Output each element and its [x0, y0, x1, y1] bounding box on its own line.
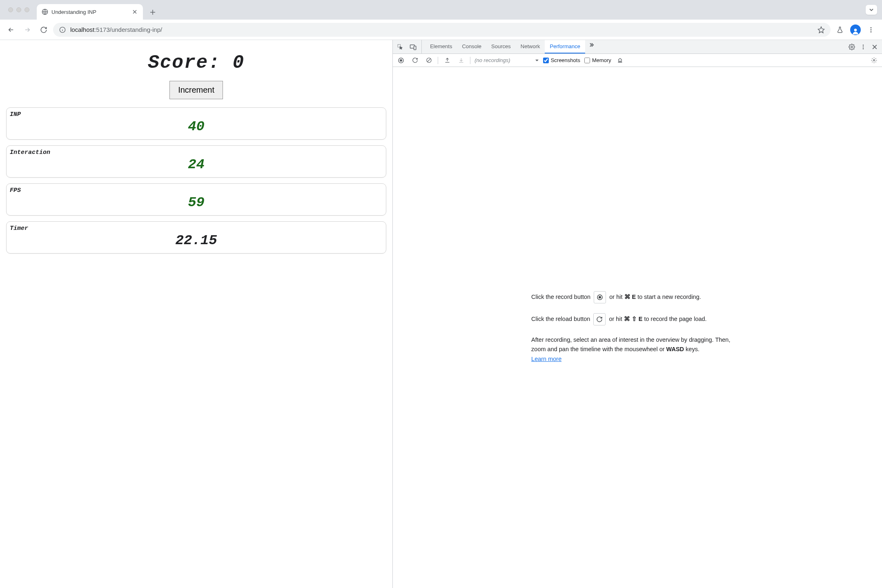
devtools-tab-network[interactable]: Network — [516, 40, 545, 53]
score-heading: Score: 0 — [6, 52, 386, 74]
svg-point-16 — [873, 60, 875, 61]
metric-value: 40 — [9, 119, 383, 134]
site-info-icon[interactable] — [59, 26, 66, 33]
reload-button[interactable] — [37, 23, 51, 37]
metric-card-timer: Timer22.15 — [6, 221, 386, 254]
metric-label: Timer — [9, 225, 383, 232]
tab-title: Understanding INP — [51, 9, 128, 15]
reload-icon — [593, 313, 606, 325]
devtools-menu-icon[interactable] — [858, 42, 868, 52]
reload-record-icon[interactable] — [410, 56, 420, 65]
metric-card-interaction: Interaction24 — [6, 145, 386, 178]
svg-point-14 — [400, 59, 402, 62]
labs-icon[interactable] — [833, 23, 847, 37]
svg-point-12 — [863, 48, 864, 49]
new-tab-button[interactable] — [147, 7, 158, 18]
devtools-tab-console[interactable]: Console — [457, 40, 486, 53]
record-icon[interactable] — [396, 56, 406, 65]
globe-icon — [42, 9, 48, 15]
bookmark-star-icon[interactable] — [817, 26, 825, 33]
svg-point-18 — [599, 296, 601, 298]
svg-point-3 — [871, 27, 872, 28]
devtools-tab-sources[interactable]: Sources — [486, 40, 516, 53]
metric-label: Interaction — [9, 149, 383, 156]
chrome-menu-button[interactable] — [864, 23, 878, 37]
profile-avatar[interactable] — [849, 23, 862, 37]
svg-point-5 — [871, 31, 872, 32]
page-content: Score: 0 Increment INP40Interaction24FPS… — [0, 40, 392, 588]
maximize-window-button[interactable] — [24, 7, 29, 12]
screenshots-checkbox[interactable]: Screenshots — [543, 57, 580, 63]
close-window-button[interactable] — [8, 7, 13, 12]
metric-label: INP — [9, 111, 383, 118]
metric-label: FPS — [9, 187, 383, 194]
recordings-dropdown[interactable]: (no recordings) — [474, 57, 539, 63]
performance-toolbar: (no recordings) Screenshots Memory — [393, 54, 882, 67]
minimize-window-button[interactable] — [16, 7, 21, 12]
svg-rect-8 — [414, 46, 416, 49]
svg-point-2 — [854, 29, 857, 31]
address-bar[interactable]: localhost:5173/understanding-inp/ — [53, 23, 831, 37]
clear-icon[interactable] — [424, 56, 434, 65]
device-toolbar-icon[interactable] — [408, 42, 418, 52]
collect-garbage-icon[interactable] — [615, 56, 625, 65]
upload-icon[interactable] — [442, 56, 452, 65]
svg-point-11 — [863, 46, 864, 47]
inspect-element-icon[interactable] — [395, 42, 405, 52]
metric-value: 24 — [9, 157, 383, 172]
tab-bar: Understanding INP — [0, 0, 882, 20]
svg-point-9 — [851, 46, 853, 48]
devtools-tab-performance[interactable]: Performance — [545, 40, 585, 53]
record-icon — [594, 291, 606, 303]
window-controls — [4, 0, 33, 20]
url-text: localhost:5173/understanding-inp/ — [70, 26, 162, 33]
close-tab-button[interactable] — [131, 9, 138, 15]
metric-value: 22.15 — [9, 233, 383, 248]
learn-more-link[interactable]: Learn more — [531, 356, 561, 362]
tab-overflow-button[interactable] — [866, 5, 877, 15]
devtools-panel: ElementsConsoleSourcesNetworkPerformance — [392, 40, 882, 588]
back-button[interactable] — [4, 23, 18, 37]
browser-tab[interactable]: Understanding INP — [37, 4, 143, 20]
url-bar: localhost:5173/understanding-inp/ — [0, 20, 882, 40]
devtools-tabbar: ElementsConsoleSourcesNetworkPerformance — [393, 40, 882, 54]
svg-point-4 — [871, 29, 872, 30]
metric-card-fps: FPS59 — [6, 183, 386, 216]
close-devtools-icon[interactable] — [870, 42, 880, 52]
svg-point-10 — [863, 45, 864, 46]
capture-settings-icon[interactable] — [869, 56, 879, 65]
devtools-tab-elements[interactable]: Elements — [425, 40, 457, 53]
metric-card-inp: INP40 — [6, 107, 386, 140]
metric-value: 59 — [9, 195, 383, 210]
increment-button[interactable]: Increment — [169, 81, 223, 99]
forward-button[interactable] — [20, 23, 34, 37]
devtools-settings-icon[interactable] — [847, 42, 857, 52]
memory-checkbox[interactable]: Memory — [584, 57, 611, 63]
more-tabs-icon[interactable] — [588, 40, 597, 50]
download-icon[interactable] — [456, 56, 466, 65]
performance-empty-state: Click the record button or hit ⌘ E to st… — [393, 67, 882, 588]
